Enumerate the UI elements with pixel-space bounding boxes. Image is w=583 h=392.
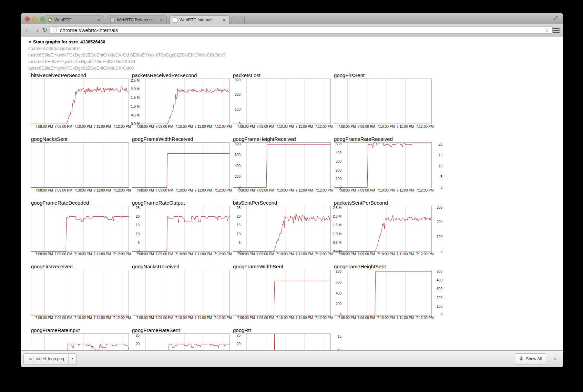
stats-section-title: Stats graphs for ssrc_4136526430 <box>33 39 105 44</box>
chart-title: packetsLost <box>233 72 334 79</box>
tab-close-icon[interactable]: ✕ <box>222 18 226 22</box>
chart-title: bitsSentPerSecond <box>233 199 334 206</box>
x-axis-tick: 7:12:00 PM <box>113 316 131 320</box>
x-axis-tick: 7:12:00 PM <box>315 125 333 128</box>
chart-plot: 2.5 M2.0 M1.5 M1.0 M0.5 M0.0 M <box>233 206 331 252</box>
address-bar[interactable]: chrome://webrtc-internals ☆ <box>50 26 553 34</box>
tab-label: WebRTC Reference App <box>117 18 157 22</box>
x-axis-tick: 7:08:00 PM <box>35 188 53 192</box>
fullscreen-expand-icon[interactable] <box>553 16 558 22</box>
x-axis-tick: 7:09:00 PM <box>54 188 72 192</box>
download-bar-close-icon[interactable]: × <box>554 356 557 362</box>
window-minimize-button[interactable] <box>32 17 37 21</box>
y-axis-label: 2.0 M <box>130 87 140 91</box>
x-axis-tick: 7:08:00 PM <box>338 125 356 128</box>
x-axis-tick: 7:10:00 PM <box>276 188 294 192</box>
window-close-button[interactable] <box>25 17 30 21</box>
x-axis-tick: 7:10:00 PM <box>175 316 193 320</box>
chart-plot: 151050 <box>233 333 331 350</box>
x-axis-tick: 7:12:00 PM <box>214 316 232 320</box>
chart-googFrameWidthSent: googFrameWidthSent 8006004002000 7:08:00… <box>233 263 334 320</box>
download-item-dropdown-icon[interactable]: ▾ <box>68 354 76 364</box>
y-axis-label: 200 <box>332 168 341 173</box>
chart-title: googNacksSent <box>31 136 132 142</box>
y-axis-label: 0 <box>433 186 442 190</box>
new-tab-button[interactable] <box>232 16 245 24</box>
chart-googFrameHeightSent: googFrameHeightSent 5004003002001000 7:0… <box>334 263 435 320</box>
chart-title: googFrameHeightSent <box>334 263 435 270</box>
x-axis-tick: 7:10:00 PM <box>377 188 395 192</box>
chart-googFrameRateReceived: googFrameRateReceived 20151050 7:08:00 P… <box>334 136 435 193</box>
chart-x-axis: 7:08:00 PM7:09:00 PM7:10:00 PM7:11:00 PM… <box>132 188 233 193</box>
x-axis-tick: 7:11:00 PM <box>296 252 313 256</box>
menu-hamburger-icon[interactable] <box>553 28 560 29</box>
image-file-icon <box>28 356 33 362</box>
x-axis-tick: 7:11:00 PM <box>397 316 414 320</box>
y-axis-label: 300 <box>433 287 442 291</box>
chart-title: googFrameWidthReceived <box>132 136 233 142</box>
download-item-button[interactable]: vidtel_logo.png ▾ <box>23 353 76 364</box>
chart-googFrameRateDecoded: googFrameRateDecoded 2520151050 7:08:00 … <box>31 199 132 257</box>
forward-button[interactable]: → <box>33 25 40 34</box>
bookmark-star-icon[interactable]: ☆ <box>545 27 550 33</box>
chart-x-axis: 7:08:00 PM7:09:00 PM7:10:00 PM7:11:00 PM… <box>132 252 233 257</box>
y-axis-label: 200 <box>231 93 241 97</box>
y-axis-label: 0 <box>433 313 442 317</box>
chart-x-axis: 7:08:00 PM7:09:00 PM7:10:00 PM7:11:00 PM… <box>31 252 132 257</box>
x-axis-tick: 7:10:00 PM <box>276 316 294 320</box>
y-axis-label: 0 <box>231 122 241 126</box>
y-axis-label: 0 <box>231 186 241 190</box>
chart-plot: 3002001000 <box>132 79 230 124</box>
chart-plot: 2520151050 <box>31 206 129 252</box>
x-axis-tick: 7:11:00 PM <box>397 252 414 256</box>
desktop-background: { "browser": { "traffic_lights": {"close… <box>0 0 583 392</box>
chart-plot: 8006004002000 <box>233 270 331 316</box>
chart-x-axis: 7:08:00 PM7:09:00 PM7:10:00 PM7:11:00 PM… <box>334 316 435 320</box>
stats-section-toggle[interactable]: ▼Stats graphs for ssrc_4136526430 <box>28 39 563 45</box>
y-axis-label: 15 <box>130 223 140 227</box>
back-button[interactable]: ← <box>24 25 31 34</box>
y-axis-label: 400 <box>332 151 341 155</box>
x-axis-tick: 7:10:00 PM <box>377 316 395 320</box>
x-axis-tick: 7:09:00 PM <box>357 316 375 320</box>
x-axis-tick: 7:09:00 PM <box>155 316 173 320</box>
x-axis-tick: 7:12:00 PM <box>214 125 232 128</box>
url-text[interactable]: chrome://webrtc-internals <box>60 27 545 33</box>
x-axis-tick: 7:11:00 PM <box>94 125 111 128</box>
chart-bitsReceivedPerSecond: bitsReceivedPerSecond 2.5 M2.0 M1.5 M1.0… <box>31 72 132 129</box>
y-axis-label: 5 <box>130 241 140 245</box>
chart-plot: 2520151050 <box>132 333 230 350</box>
x-axis-tick: 7:11:00 PM <box>94 316 111 320</box>
collapse-arrow-icon: ▼ <box>28 40 32 44</box>
reload-button[interactable]: ↻ <box>42 25 47 34</box>
chart-plot: 2520151050 <box>132 206 230 252</box>
chart-googFirsReceived: googFirsReceived 7:08:00 PM7:09:00 PM7:1… <box>31 263 132 320</box>
y-axis-label: 600 <box>332 280 341 285</box>
y-axis-label: 300 <box>332 159 341 164</box>
y-axis-label: 25 <box>231 206 241 210</box>
x-axis-tick: 7:10:00 PM <box>74 188 92 192</box>
tab-webrtc-internals[interactable]: WebRTC Internals ✕ <box>170 16 229 24</box>
tab-webrtc[interactable]: WebRTC ✕ <box>44 16 104 24</box>
chart-x-axis: 7:08:00 PM7:09:00 PM7:10:00 PM7:11:00 PM… <box>233 252 334 257</box>
chart-plot: 2520151050 <box>31 333 129 350</box>
tab-close-icon[interactable]: ✕ <box>160 18 163 22</box>
y-axis-label: 1.0 M <box>332 232 341 236</box>
x-axis-tick: 7:08:00 PM <box>35 252 53 256</box>
chart-title: packetsReceivedPerSecond <box>132 72 233 79</box>
ssrc-msid: msid:6E9laEYkyxIkTCxDgc82ZGoEhlCfxNuCKrO… <box>28 52 563 58</box>
tab-webrtc-reference-app[interactable]: WebRTC Reference App ✕ <box>107 16 167 24</box>
show-all-button[interactable]: Show All <box>515 353 546 364</box>
y-axis-label: 0 <box>433 249 442 254</box>
y-axis-label: 15 <box>332 334 341 339</box>
chart-plot: 5004003002001000 <box>233 142 331 188</box>
chart-x-axis: 7:08:00 PM7:09:00 PM7:10:00 PM7:11:00 PM… <box>132 316 233 320</box>
x-axis-tick: 7:08:00 PM <box>136 188 154 192</box>
tab-close-icon[interactable]: ✕ <box>97 18 101 22</box>
x-axis-tick: 7:11:00 PM <box>94 252 111 256</box>
x-axis-tick: 7:09:00 PM <box>256 316 274 320</box>
y-axis-label: 500 <box>433 270 442 274</box>
x-axis-tick: 7:11:00 PM <box>195 125 212 128</box>
chart-title: googFrameRateSent <box>132 327 233 333</box>
chart-plot <box>334 79 432 124</box>
